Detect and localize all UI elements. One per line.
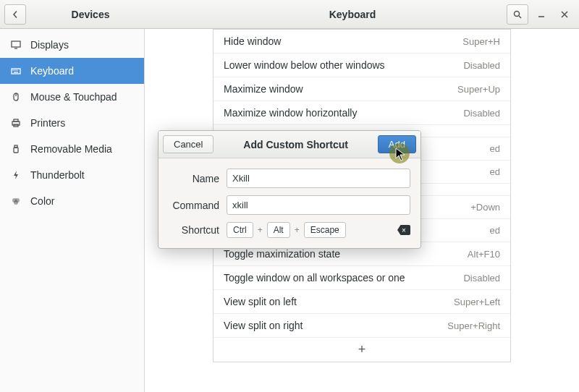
sidebar-item-label: Removable Media xyxy=(30,143,112,155)
usb-icon xyxy=(10,143,22,155)
add-button[interactable]: Add xyxy=(378,135,416,153)
svg-point-0 xyxy=(515,11,520,16)
name-input[interactable] xyxy=(227,169,410,188)
svg-rect-14 xyxy=(14,119,18,122)
header-bar: Devices Keyboard xyxy=(0,0,579,29)
sidebar-item-keyboard[interactable]: Keyboard xyxy=(0,58,144,84)
shortcut-label: Shortcut xyxy=(169,224,219,236)
sidebar: Displays Keyboard Mouse & Touchpad Print… xyxy=(0,29,145,392)
sidebar-item-label: Printers xyxy=(30,117,65,129)
close-button[interactable] xyxy=(554,4,575,25)
mouse-icon xyxy=(10,91,22,103)
page-title: Keyboard xyxy=(203,9,502,20)
shortcut-row[interactable]: View split on leftSuper+Left xyxy=(214,290,510,314)
dialog-title: Add Custom Shortcut xyxy=(243,139,348,150)
command-input[interactable] xyxy=(227,195,410,215)
svg-line-1 xyxy=(519,16,521,18)
sidebar-item-label: Keyboard xyxy=(30,65,74,77)
sidebar-item-color[interactable]: Color xyxy=(0,188,144,214)
sidebar-item-printers[interactable]: Printers xyxy=(0,110,144,136)
svg-rect-5 xyxy=(12,69,20,74)
shortcut-row[interactable]: View split on rightSuper+Right xyxy=(214,314,510,338)
bolt-icon xyxy=(10,169,22,181)
sidebar-item-thunderbolt[interactable]: Thunderbolt xyxy=(0,162,144,188)
shortcut-row[interactable]: Hide windowSuper+H xyxy=(214,30,510,54)
sidebar-item-label: Mouse & Touchpad xyxy=(30,91,117,103)
minimize-button[interactable] xyxy=(531,4,551,25)
keycap-escape: Escape xyxy=(304,222,346,238)
command-label: Command xyxy=(169,200,219,211)
keycap-ctrl: Ctrl xyxy=(227,222,253,238)
sidebar-item-removable[interactable]: Removable Media xyxy=(0,136,144,162)
sidebar-item-displays[interactable]: Displays xyxy=(0,32,144,58)
shortcut-row[interactable]: Maximize window horizontallyDisabled xyxy=(214,101,510,125)
color-icon xyxy=(10,195,22,207)
sidebar-item-label: Color xyxy=(30,195,54,207)
svg-point-20 xyxy=(14,200,18,205)
printer-icon xyxy=(10,117,22,129)
plus-icon: + xyxy=(295,225,300,235)
cancel-button[interactable]: Cancel xyxy=(163,135,214,153)
shortcut-row[interactable]: Maximize windowSuper+Up xyxy=(214,77,510,101)
plus-icon: + xyxy=(258,225,263,235)
sidebar-item-label: Thunderbolt xyxy=(30,169,85,181)
keyboard-icon xyxy=(10,65,22,77)
sidebar-item-label: Displays xyxy=(30,39,69,51)
svg-rect-3 xyxy=(12,41,20,47)
devices-title: Devices xyxy=(4,9,177,20)
clear-shortcut-button[interactable]: × xyxy=(397,225,410,235)
sidebar-item-mouse[interactable]: Mouse & Touchpad xyxy=(0,84,144,110)
keycap-alt: Alt xyxy=(267,222,290,238)
name-label: Name xyxy=(169,173,219,184)
svg-rect-17 xyxy=(14,148,18,153)
search-button[interactable] xyxy=(507,4,528,25)
add-custom-shortcut-dialog: Cancel Add Custom Shortcut Add Name Comm… xyxy=(158,130,421,249)
shortcut-row[interactable]: Lower window below other windowsDisabled xyxy=(214,54,510,77)
shortcut-row[interactable]: Toggle window on all workspaces or oneDi… xyxy=(214,266,510,290)
display-icon xyxy=(10,39,22,51)
add-shortcut-button[interactable]: + xyxy=(214,338,510,362)
